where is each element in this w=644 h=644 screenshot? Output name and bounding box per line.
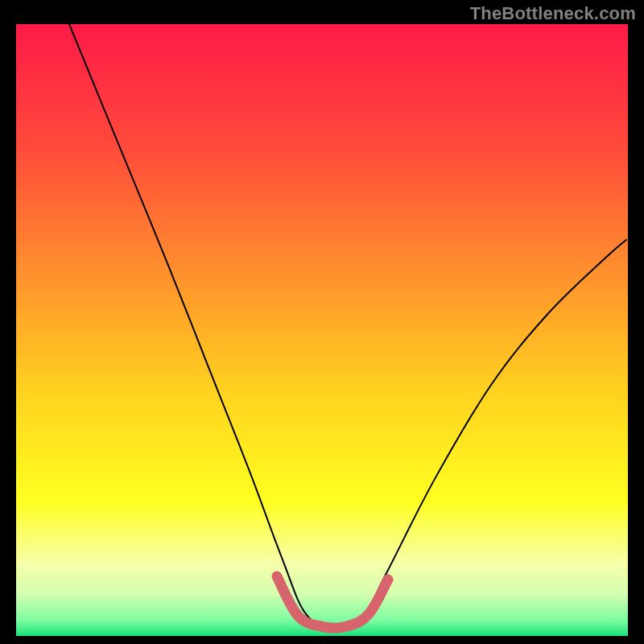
svg-rect-0 <box>16 24 628 636</box>
chart-stage: TheBottleneck.com <box>0 0 644 644</box>
chart-svg <box>0 0 644 644</box>
watermark-text: TheBottleneck.com <box>470 3 636 24</box>
